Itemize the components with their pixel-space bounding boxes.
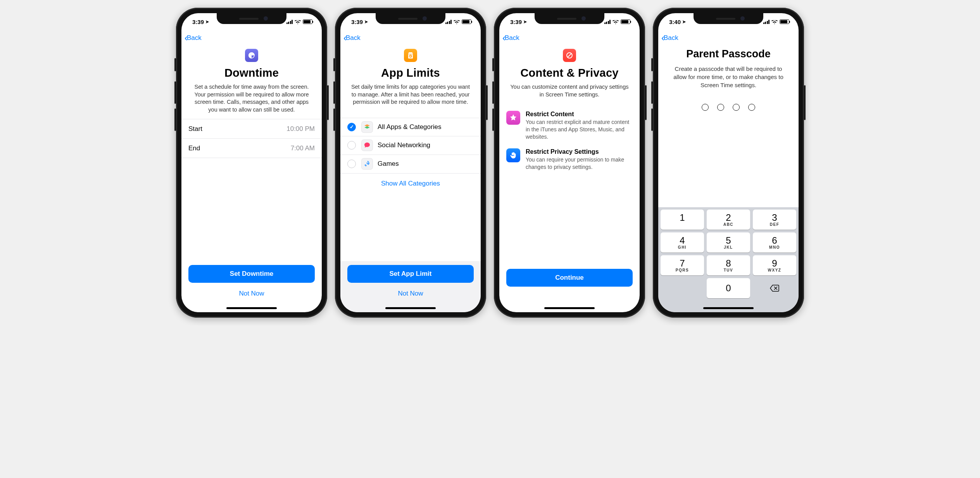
start-label: Start bbox=[188, 125, 202, 133]
back-button[interactable]: ‹ Back bbox=[661, 33, 678, 43]
not-now-button[interactable]: Not Now bbox=[347, 286, 474, 301]
backspace-icon bbox=[770, 284, 780, 292]
cellular-icon bbox=[763, 20, 770, 24]
feature-desc: You can restrict explicit and mature con… bbox=[526, 119, 633, 141]
set-app-limit-button[interactable]: Set App Limit bbox=[347, 265, 474, 283]
feature-restrict-privacy: Restrict Privacy Settings You can requir… bbox=[506, 144, 633, 175]
set-downtime-button[interactable]: Set Downtime bbox=[188, 265, 315, 283]
location-icon: ➤ bbox=[523, 19, 527, 24]
status-time: 3:39 bbox=[351, 19, 363, 25]
phone-app-limits: 3:39 ➤ ‹ Back App Limits Set daily time … bbox=[335, 8, 486, 318]
nav-bar: ‹ Back bbox=[658, 30, 799, 46]
category-games[interactable]: Games bbox=[340, 155, 481, 174]
category-label: Social Networking bbox=[378, 141, 430, 149]
page-title: App Limits bbox=[350, 67, 471, 79]
cellular-icon bbox=[286, 20, 293, 24]
passcode-dot bbox=[733, 104, 740, 111]
page-title: Parent Passcode bbox=[658, 48, 799, 60]
end-row[interactable]: End 7:00 AM bbox=[181, 139, 322, 158]
key-6[interactable]: 6MNO bbox=[753, 232, 796, 253]
key-5[interactable]: 5JKL bbox=[707, 232, 750, 253]
back-label: Back bbox=[346, 34, 361, 42]
home-indicator[interactable] bbox=[385, 307, 436, 309]
battery-icon bbox=[462, 19, 471, 24]
key-7[interactable]: 7PQRS bbox=[661, 255, 704, 275]
phone-downtime: 3:39 ➤ ‹ Back Downtime Set a schedule fo… bbox=[176, 8, 327, 318]
page-description: Create a passcode that will be required … bbox=[658, 65, 799, 89]
key-blank bbox=[661, 278, 704, 298]
key-0[interactable]: 0 bbox=[707, 278, 750, 298]
key-8[interactable]: 8TUV bbox=[707, 255, 750, 275]
key-9[interactable]: 9WXYZ bbox=[753, 255, 796, 275]
feature-title: Restrict Content bbox=[526, 111, 633, 118]
key-3[interactable]: 3DEF bbox=[753, 210, 796, 230]
notch bbox=[376, 13, 445, 24]
battery-icon bbox=[621, 19, 630, 24]
nav-bar: ‹ Back bbox=[340, 30, 481, 46]
passcode-dot bbox=[702, 104, 709, 111]
home-indicator[interactable] bbox=[226, 307, 277, 309]
category-label: All Apps & Categories bbox=[378, 123, 441, 131]
app-limits-icon bbox=[404, 49, 417, 62]
svg-line-4 bbox=[568, 53, 571, 57]
category-social[interactable]: Social Networking bbox=[340, 136, 481, 155]
start-value: 10:00 PM bbox=[286, 125, 315, 133]
notch bbox=[535, 13, 604, 24]
passcode-dots bbox=[658, 104, 799, 111]
page-title: Content & Privacy bbox=[509, 67, 630, 79]
nav-bar: ‹ Back bbox=[499, 30, 640, 46]
show-all-categories-button[interactable]: Show All Categories bbox=[340, 174, 481, 194]
hero: Downtime Set a schedule for time away fr… bbox=[181, 46, 322, 119]
page-description: Set daily time limits for app categories… bbox=[350, 83, 471, 106]
hero: App Limits Set daily time limits for app… bbox=[340, 46, 481, 112]
nav-bar: ‹ Back bbox=[181, 30, 322, 46]
feature-title: Restrict Privacy Settings bbox=[526, 148, 633, 155]
star-icon bbox=[506, 111, 520, 125]
back-button[interactable]: ‹ Back bbox=[185, 33, 202, 43]
feature-restrict-content: Restrict Content You can restrict explic… bbox=[506, 107, 633, 144]
checkmark-icon bbox=[347, 123, 356, 131]
location-icon: ➤ bbox=[205, 19, 209, 24]
back-button[interactable]: ‹ Back bbox=[343, 33, 361, 43]
numeric-keypad: 1 2ABC 3DEF 4GHI 5JKL 6MNO 7PQRS 8TUV 9W… bbox=[658, 207, 799, 301]
battery-icon bbox=[780, 19, 789, 24]
home-indicator[interactable] bbox=[703, 307, 754, 309]
key-1[interactable]: 1 bbox=[661, 210, 704, 230]
key-2[interactable]: 2ABC bbox=[707, 210, 750, 230]
wifi-icon bbox=[454, 19, 460, 24]
downtime-icon bbox=[245, 49, 258, 62]
page-description: You can customize content and privacy se… bbox=[509, 83, 630, 98]
end-label: End bbox=[188, 144, 200, 152]
continue-button[interactable]: Continue bbox=[506, 269, 633, 287]
wifi-icon bbox=[612, 19, 619, 24]
not-now-button[interactable]: Not Now bbox=[188, 286, 315, 301]
key-delete[interactable] bbox=[753, 278, 796, 298]
hand-icon bbox=[506, 148, 520, 162]
page-title: Downtime bbox=[191, 67, 312, 79]
svg-point-2 bbox=[368, 162, 369, 163]
stack-icon bbox=[361, 121, 373, 133]
start-row[interactable]: Start 10:00 PM bbox=[181, 119, 322, 139]
home-indicator-area bbox=[658, 301, 799, 312]
status-time: 3:40 bbox=[669, 19, 681, 25]
hero: Content & Privacy You can customize cont… bbox=[499, 46, 640, 104]
chat-icon bbox=[361, 139, 373, 151]
status-time: 3:39 bbox=[192, 19, 204, 25]
feature-desc: You can require your permission to make … bbox=[526, 156, 633, 171]
status-time: 3:39 bbox=[510, 19, 522, 25]
cellular-icon bbox=[604, 20, 611, 24]
back-label: Back bbox=[187, 34, 202, 42]
phone-parent-passcode: 3:40 ➤ ‹ Back Parent Passcode Create a p… bbox=[653, 8, 804, 318]
passcode-dot bbox=[748, 104, 755, 111]
phone-content-privacy: 3:39 ➤ ‹ Back Content & Privacy You can … bbox=[494, 8, 645, 318]
notch bbox=[694, 13, 763, 24]
back-button[interactable]: ‹ Back bbox=[502, 33, 519, 43]
wifi-icon bbox=[295, 19, 301, 24]
cellular-icon bbox=[445, 20, 452, 24]
category-all-apps[interactable]: All Apps & Categories bbox=[340, 118, 481, 136]
home-indicator[interactable] bbox=[544, 307, 595, 309]
unchecked-icon bbox=[347, 160, 356, 168]
back-label: Back bbox=[664, 34, 678, 42]
key-4[interactable]: 4GHI bbox=[661, 232, 704, 253]
restrict-icon bbox=[563, 49, 576, 62]
